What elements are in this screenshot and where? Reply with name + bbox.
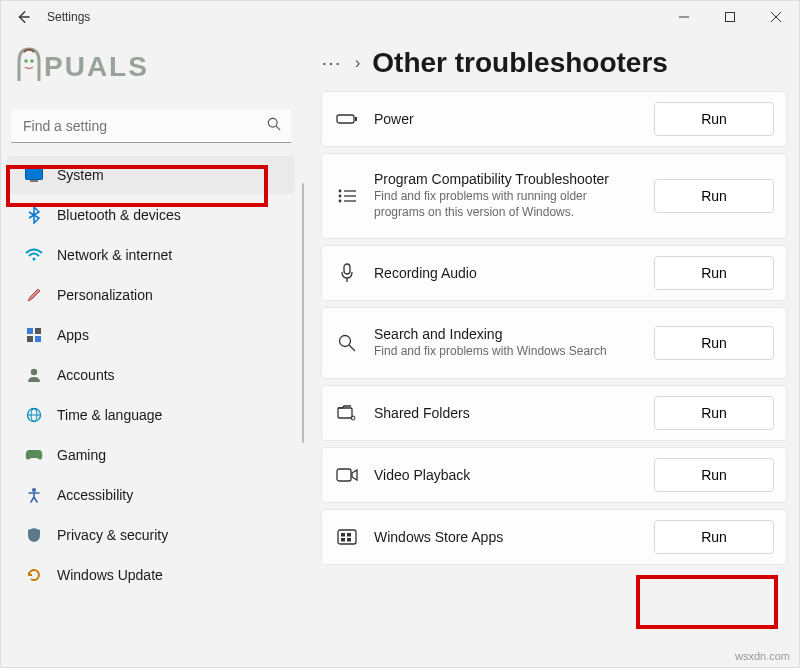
maximize-button[interactable]: [707, 1, 753, 33]
svg-rect-13: [27, 336, 33, 342]
brush-icon: [25, 286, 43, 304]
troubleshooter-search-indexing: Search and Indexing Find and fix problem…: [321, 307, 787, 379]
store-apps-icon: [336, 526, 358, 548]
bluetooth-icon: [25, 206, 43, 224]
svg-rect-35: [338, 530, 356, 544]
svg-point-5: [30, 59, 34, 63]
sidebar-item-label: Gaming: [57, 447, 106, 463]
gaming-icon: [25, 446, 43, 464]
run-button-video-playback[interactable]: Run: [654, 458, 774, 492]
sidebar-item-label: Time & language: [57, 407, 162, 423]
run-button-search-indexing[interactable]: Run: [654, 326, 774, 360]
run-button-windows-store-apps[interactable]: Run: [654, 520, 774, 554]
list-icon: [336, 185, 358, 207]
sidebar-item-accessibility[interactable]: Accessibility: [7, 476, 295, 514]
svg-point-15: [31, 369, 37, 375]
svg-point-19: [32, 488, 36, 492]
sidebar-item-bluetooth[interactable]: Bluetooth & devices: [7, 196, 295, 234]
sidebar-item-gaming[interactable]: Gaming: [7, 436, 295, 474]
troubleshooter-title: Recording Audio: [374, 265, 638, 281]
main-content: ⋯ › Other troubleshooters Power Run: [307, 33, 799, 667]
svg-rect-8: [26, 169, 43, 180]
svg-line-31: [349, 345, 355, 351]
minimize-icon: [679, 12, 689, 22]
run-button-power[interactable]: Run: [654, 102, 774, 136]
sidebar-item-label: Privacy & security: [57, 527, 168, 543]
sidebar-item-label: Network & internet: [57, 247, 172, 263]
troubleshooter-title: Search and Indexing: [374, 326, 638, 342]
svg-rect-12: [35, 328, 41, 334]
svg-point-4: [24, 59, 28, 63]
window-title: Settings: [47, 10, 90, 24]
svg-rect-34: [337, 469, 351, 481]
settings-window: Settings: [0, 0, 800, 668]
troubleshooter-title: Video Playback: [374, 467, 638, 483]
svg-rect-39: [347, 538, 351, 542]
battery-icon: [336, 108, 358, 130]
troubleshooter-windows-store-apps: Windows Store Apps Run: [321, 509, 787, 565]
troubleshooter-recording-audio: Recording Audio Run: [321, 245, 787, 301]
sidebar-item-apps[interactable]: Apps: [7, 316, 295, 354]
sidebar-item-network[interactable]: Network & internet: [7, 236, 295, 274]
troubleshooter-title: Program Compatibility Troubleshooter: [374, 171, 638, 187]
accessibility-icon: [25, 486, 43, 504]
run-button-recording-audio[interactable]: Run: [654, 256, 774, 290]
svg-point-10: [33, 258, 36, 261]
troubleshooter-shared-folders: Shared Folders Run: [321, 385, 787, 441]
sidebar-item-personalization[interactable]: Personalization: [7, 276, 295, 314]
run-button-program-compat[interactable]: Run: [654, 179, 774, 213]
svg-point-24: [339, 195, 342, 198]
folder-share-icon: [336, 402, 358, 424]
video-icon: [336, 464, 358, 486]
run-button-shared-folders[interactable]: Run: [654, 396, 774, 430]
system-icon: [25, 166, 43, 184]
breadcrumb: ⋯ › Other troubleshooters: [321, 47, 787, 79]
minimize-button[interactable]: [661, 1, 707, 33]
window-controls: [661, 1, 799, 33]
maximize-icon: [725, 12, 735, 22]
svg-rect-14: [35, 336, 41, 342]
close-button[interactable]: [753, 1, 799, 33]
sidebar-item-label: Apps: [57, 327, 89, 343]
troubleshooter-title: Shared Folders: [374, 405, 638, 421]
svg-rect-11: [27, 328, 33, 334]
account-icon: [25, 366, 43, 384]
svg-rect-21: [355, 117, 357, 121]
sidebar-item-accounts[interactable]: Accounts: [7, 356, 295, 394]
sidebar-item-label: System: [57, 167, 104, 183]
back-button[interactable]: [11, 5, 35, 29]
troubleshooter-video-playback: Video Playback Run: [321, 447, 787, 503]
sidebar-item-system[interactable]: System: [7, 156, 295, 194]
wifi-icon: [25, 246, 43, 264]
sidebar-item-time-language[interactable]: Time & language: [7, 396, 295, 434]
sidebar-item-label: Accessibility: [57, 487, 133, 503]
search-container: [11, 109, 291, 143]
back-arrow-icon: [16, 10, 30, 24]
svg-rect-9: [30, 180, 38, 182]
svg-rect-38: [341, 538, 345, 542]
search-icon: [336, 332, 358, 354]
breadcrumb-overflow-icon[interactable]: ⋯: [321, 51, 343, 75]
update-icon: [25, 566, 43, 584]
svg-line-7: [276, 126, 280, 130]
logo-face-icon: [15, 43, 43, 83]
close-icon: [771, 12, 781, 22]
svg-point-30: [340, 336, 351, 347]
sidebar-item-windows-update[interactable]: Windows Update: [7, 556, 295, 594]
logo: PUALS: [1, 33, 301, 105]
svg-rect-37: [347, 533, 351, 537]
troubleshooter-desc: Find and fix problems with running older…: [374, 189, 638, 220]
sidebar: PUALS System: [1, 33, 301, 667]
page-title: Other troubleshooters: [372, 47, 668, 79]
troubleshooter-program-compat: Program Compatibility Troubleshooter Fin…: [321, 153, 787, 239]
sidebar-item-privacy[interactable]: Privacy & security: [7, 516, 295, 554]
titlebar: Settings: [1, 1, 799, 33]
sidebar-nav: System Bluetooth & devices Network & int…: [1, 155, 301, 595]
svg-rect-32: [338, 408, 352, 418]
svg-rect-28: [344, 264, 350, 274]
troubleshooter-title: Windows Store Apps: [374, 529, 638, 545]
svg-rect-36: [341, 533, 345, 537]
sidebar-item-label: Personalization: [57, 287, 153, 303]
svg-point-22: [339, 190, 342, 193]
search-input[interactable]: [11, 109, 291, 143]
